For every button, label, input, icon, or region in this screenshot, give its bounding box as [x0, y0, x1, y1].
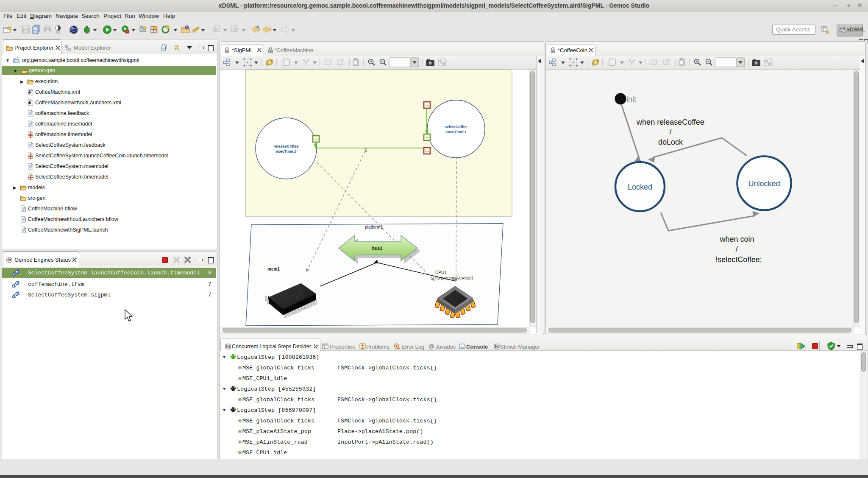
svg-text:(is preemptive=true): (is preemptive=true) [435, 276, 473, 280]
svg-text:when coin: when coin [719, 235, 754, 243]
svg-text:6: 6 [365, 148, 367, 153]
svg-text:doLock: doLock [658, 138, 683, 146]
svg-text:selectCoffee: selectCoffee [445, 125, 467, 129]
svg-text:Locked: Locked [628, 183, 652, 191]
svg-text:/: / [669, 128, 671, 136]
svg-text:releaseCoffee: releaseCoffee [273, 144, 298, 148]
svg-text:!selectCoffee;: !selectCoffee; [715, 255, 762, 264]
svg-text:execTime:1: execTime:1 [446, 130, 467, 134]
svg-text:/: / [735, 245, 737, 254]
svg-text:init: init [626, 95, 636, 103]
svg-text:execTime:3: execTime:3 [276, 149, 297, 154]
svg-text:bus1: bus1 [372, 246, 383, 251]
svg-text:mem1: mem1 [267, 267, 280, 271]
svg-text:platform1: platform1 [365, 225, 383, 229]
svg-text:CPU1: CPU1 [435, 270, 447, 275]
svg-text:when releaseCoffee: when releaseCoffee [636, 118, 704, 126]
svg-text:Unlocked: Unlocked [748, 179, 780, 188]
